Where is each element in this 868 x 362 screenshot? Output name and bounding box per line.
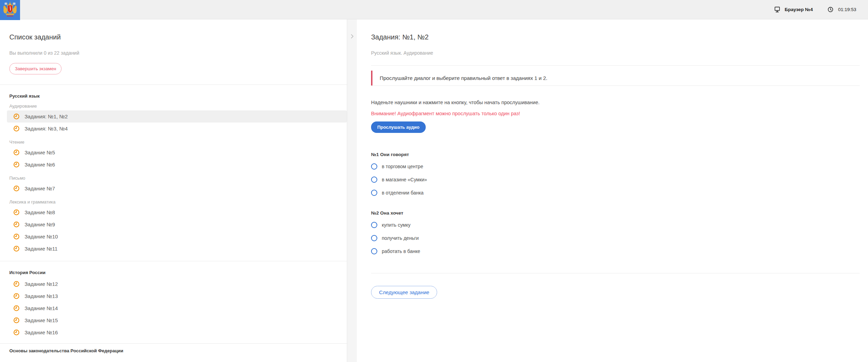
subject-heading: История России xyxy=(9,270,347,275)
sidebar-task-7[interactable]: Задание №7 xyxy=(7,182,347,194)
sidebar-task-3-4[interactable]: Задания: №3, №4 xyxy=(7,123,347,135)
answer-option[interactable]: получить деньги xyxy=(371,232,860,245)
radio-icon[interactable] xyxy=(371,177,377,183)
sidebar-task-5[interactable]: Задание №5 xyxy=(7,146,347,159)
task-label: Задание №7 xyxy=(25,185,55,191)
pending-clock-icon xyxy=(13,209,20,216)
radio-icon[interactable] xyxy=(371,190,377,196)
section-label: Лексика и грамматика xyxy=(9,199,347,205)
sidebar-task-14[interactable]: Задание №14 xyxy=(7,302,347,314)
pending-clock-icon xyxy=(13,233,20,240)
divider xyxy=(371,65,860,66)
option-label: работать в банке xyxy=(382,248,420,254)
task-label: Задание №11 xyxy=(25,246,57,252)
option-label: получить деньги xyxy=(382,235,419,241)
option-label: купить сумку xyxy=(382,222,410,228)
question-1-options: в торговом центре в магазине «Сумки» в о… xyxy=(371,160,860,199)
pending-clock-icon xyxy=(13,161,20,168)
task-list-title: Список заданий xyxy=(9,33,347,41)
question-1-title: №1 Они говорят xyxy=(371,152,860,157)
radio-icon[interactable] xyxy=(371,235,377,241)
audio-warning-text: Внимание! Аудиофрагмент можно прослушать… xyxy=(371,111,860,116)
sidebar-task-13[interactable]: Задание №13 xyxy=(7,290,347,302)
pending-clock-icon xyxy=(13,221,20,228)
task-label: Задание №16 xyxy=(25,329,58,335)
question-2-options: купить сумку получить деньги работать в … xyxy=(371,218,860,258)
workstation-icon xyxy=(774,6,781,13)
sidebar-task-11[interactable]: Задание №11 xyxy=(7,243,347,255)
answer-option[interactable]: в торговом центре xyxy=(371,160,860,173)
task-subtitle: Русский язык. Аудирование xyxy=(371,50,860,56)
sidebar-task-16[interactable]: Задание №16 xyxy=(7,326,347,338)
exam-timer: 01:19:53 xyxy=(827,6,856,13)
browser-label: Браузер №4 xyxy=(785,7,813,12)
section-label: Письмо xyxy=(9,175,347,181)
answer-option[interactable]: купить сумку xyxy=(371,218,860,232)
pending-clock-icon xyxy=(13,149,20,156)
task-list-panel: Список заданий Вы выполнили 0 из 22 зада… xyxy=(0,19,347,362)
pending-clock-icon xyxy=(13,329,20,336)
sidebar-task-9[interactable]: Задание №9 xyxy=(7,218,347,230)
task-label: Задание №8 xyxy=(25,209,55,215)
divider xyxy=(0,84,347,85)
pending-clock-icon xyxy=(13,281,20,287)
headphones-note: Наденьте наушники и нажмите на кнопку, ч… xyxy=(371,100,860,105)
radio-icon[interactable] xyxy=(371,248,377,254)
option-label: в отделении банка xyxy=(382,190,424,196)
instruction-callout: Прослушайте диалог и выберите правильный… xyxy=(371,71,860,85)
task-label: Задание №5 xyxy=(25,150,55,155)
divider xyxy=(371,85,860,86)
panel-resize-gutter[interactable] xyxy=(347,19,357,362)
finish-exam-button[interactable]: Завершить экзамен xyxy=(9,63,62,74)
pending-clock-icon xyxy=(13,185,20,192)
chevron-right-icon[interactable] xyxy=(349,33,355,39)
divider xyxy=(0,343,347,344)
option-label: в магазине «Сумки» xyxy=(382,177,427,182)
top-bar: Браузер №4 01:19:53 xyxy=(0,0,868,19)
listen-audio-button[interactable]: Прослушать аудио xyxy=(371,121,426,133)
answer-option[interactable]: в магазине «Сумки» xyxy=(371,173,860,186)
pending-clock-icon xyxy=(13,245,20,252)
sidebar-task-1-2[interactable]: Задания: №1, №2 xyxy=(7,110,347,123)
task-label: Задание №6 xyxy=(25,162,55,168)
task-label: Задание №15 xyxy=(25,317,58,323)
content-area: Список заданий Вы выполнили 0 из 22 зада… xyxy=(0,19,868,362)
region-coat-of-arms-logo xyxy=(0,0,20,20)
section-label: Чтение xyxy=(9,139,347,145)
timer-value: 01:19:53 xyxy=(838,7,856,12)
pending-clock-icon xyxy=(13,113,20,120)
sidebar-task-15[interactable]: Задание №15 xyxy=(7,314,347,326)
task-label: Задание №14 xyxy=(25,305,58,311)
pending-clock-icon xyxy=(13,317,20,324)
task-label: Задание №9 xyxy=(25,221,55,227)
subject-heading: Основы законодательства Российской Федер… xyxy=(9,348,347,353)
pending-clock-icon xyxy=(13,293,20,299)
next-task-button[interactable]: Следующее задание xyxy=(371,286,437,299)
progress-text: Вы выполнили 0 из 22 заданий xyxy=(9,50,347,56)
sidebar-task-6[interactable]: Задание №6 xyxy=(7,159,347,171)
browser-indicator: Браузер №4 xyxy=(774,6,813,13)
task-label: Задание №10 xyxy=(25,234,58,239)
question-2-title: №2 Она хочет xyxy=(371,210,860,216)
section-label: Аудирование xyxy=(9,103,347,109)
sidebar-task-10[interactable]: Задание №10 xyxy=(7,230,347,243)
pending-clock-icon xyxy=(13,305,20,311)
task-label: Задания: №1, №2 xyxy=(25,114,68,119)
radio-icon[interactable] xyxy=(371,163,377,170)
sidebar-task-8[interactable]: Задание №8 xyxy=(7,206,347,218)
radio-icon[interactable] xyxy=(371,222,377,228)
sidebar-task-12[interactable]: Задание №12 xyxy=(7,278,347,290)
task-label: Задание №12 xyxy=(25,281,58,287)
task-detail-panel: Задания: №1, №2 Русский язык. Аудировани… xyxy=(357,19,868,362)
task-label: Задания: №3, №4 xyxy=(25,126,68,132)
subject-heading: Русский язык xyxy=(9,93,347,99)
clock-icon xyxy=(827,6,834,13)
divider xyxy=(0,261,347,261)
answer-option[interactable]: в отделении банка xyxy=(371,186,860,199)
task-label: Задание №13 xyxy=(25,293,58,299)
answer-option[interactable]: работать в банке xyxy=(371,245,860,258)
pending-clock-icon xyxy=(13,125,20,132)
option-label: в торговом центре xyxy=(382,164,423,169)
divider xyxy=(371,273,860,273)
task-title: Задания: №1, №2 xyxy=(371,33,860,41)
